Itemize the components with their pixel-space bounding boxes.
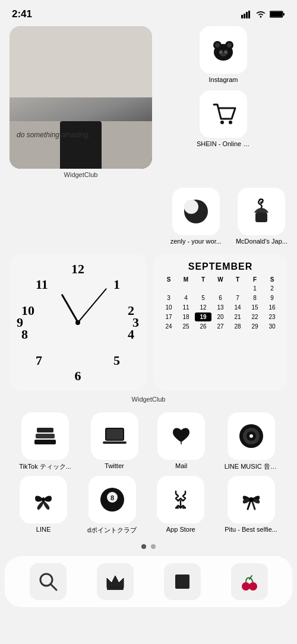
cal-day [160, 284, 177, 293]
cal-day [212, 284, 229, 293]
instagram-icon [209, 36, 238, 64]
dock-item-tv[interactable] [164, 563, 201, 600]
mcdonalds-app-name: McDonald's Jap... [236, 238, 287, 245]
app-instagram[interactable]: Instagram [159, 26, 287, 83]
svg-point-17 [229, 121, 232, 124]
svg-rect-26 [106, 429, 123, 440]
wifi-icon [255, 10, 266, 18]
svg-point-4 [260, 16, 262, 18]
moon-icon [182, 197, 210, 226]
appstore-icon [166, 485, 195, 514]
app-dpoint[interactable]: 8 dポイントクラブ [87, 476, 137, 535]
app-row-2: LINE 8 dポイントクラブ App Store [10, 476, 287, 535]
battery-icon [270, 10, 285, 18]
svg-rect-40 [175, 574, 189, 589]
minute-hand [77, 288, 107, 323]
cal-today: 19 [195, 312, 211, 321]
dock-icon-tv [164, 563, 201, 600]
cal-day [178, 284, 194, 293]
cal-day: 27 [212, 322, 229, 331]
app-line[interactable]: LINE [20, 476, 67, 535]
dpoint-app-name: dポイントクラブ [87, 526, 137, 535]
twitter-app-name: Twitter [105, 462, 124, 469]
cal-header: W [212, 276, 229, 283]
laptop-icon [100, 422, 129, 450]
cal-day: 4 [178, 293, 194, 302]
svg-rect-22 [34, 440, 56, 444]
cal-day: 30 [264, 322, 280, 331]
cal-day: 6 [212, 293, 229, 302]
clock-7: 7 [36, 353, 42, 368]
center-dot [75, 320, 80, 325]
cal-day: 9 [264, 293, 280, 302]
app-shein[interactable]: SHEIN - Online Fa... [159, 90, 287, 147]
cal-day: 24 [160, 322, 177, 331]
clock-10: 10 [21, 303, 34, 318]
zenly-app-name: zenly - your wor... [170, 238, 222, 245]
cal-day: 13 [212, 303, 229, 312]
clock-widget-wrapper[interactable]: 12 1 2 3 4 5 6 7 8 9 10 11 [10, 254, 146, 391]
svg-rect-1 [244, 14, 245, 18]
cal-day: 15 [247, 303, 263, 312]
widgetclub-label-row2: WidgetClub [10, 396, 287, 403]
cal-day: 28 [229, 322, 246, 331]
cal-day: 26 [195, 322, 211, 331]
tiktok-app-name: TikTok ティック... [19, 462, 71, 471]
svg-point-11 [215, 43, 220, 48]
pitu-app-name: Pitu - Best selfie... [225, 526, 277, 533]
signal-icon [241, 10, 252, 18]
cal-grid: SMTWTFS123456789101112131415161718192021… [160, 276, 280, 331]
cal-day: 12 [195, 303, 211, 312]
cupcake-icon [247, 197, 276, 226]
cal-day: 14 [229, 303, 246, 312]
svg-point-19 [184, 200, 198, 214]
instagram-app-name: Instagram [209, 76, 238, 83]
mail-app-name: Mail [175, 462, 187, 469]
dock-item-crown[interactable] [97, 563, 134, 600]
app-mcdonalds[interactable]: McDonald's Jap... [236, 188, 287, 245]
crown-icon [105, 571, 126, 592]
cal-month: SEPTEMBER [160, 261, 280, 272]
tv-icon [172, 571, 193, 592]
cal-header: T [195, 276, 211, 283]
app-mail[interactable]: Mail [157, 412, 205, 471]
page-dot-2 [151, 544, 156, 549]
shein-app-name: SHEIN - Online Fa... [197, 140, 250, 147]
svg-rect-20 [255, 213, 267, 222]
dock-item-cherry[interactable] [231, 563, 268, 600]
svg-rect-0 [241, 15, 243, 18]
widgetclub-widget-large[interactable]: do something amazing. WidgetClub [10, 26, 152, 178]
cal-day: 21 [229, 312, 246, 321]
hour-hand [61, 294, 78, 323]
app-linemusic[interactable]: LINE MUSIC 音楽... [225, 412, 278, 471]
clock-5: 5 [113, 353, 120, 368]
app-pitu[interactable]: Pitu - Best selfie... [225, 476, 277, 535]
cal-header: S [160, 276, 177, 283]
clock-6: 6 [75, 368, 81, 384]
app-appstore[interactable]: App Store [157, 476, 204, 535]
butterfly-icon [29, 485, 58, 514]
clock-11: 11 [36, 277, 48, 292]
cal-day: 16 [264, 303, 280, 312]
cal-header: F [247, 276, 263, 283]
svg-rect-24 [37, 428, 53, 433]
app-tiktok[interactable]: TikTok ティック... [19, 412, 71, 471]
widget-photo-text: do something amazing. [17, 131, 90, 139]
app-twitter[interactable]: Twitter [91, 412, 138, 471]
app-row-1: TikTok ティック... Twitter Mail [10, 412, 287, 471]
cal-day: 25 [178, 322, 194, 331]
status-time: 2:41 [12, 8, 32, 20]
search-icon [37, 571, 59, 592]
dock-item-search[interactable] [30, 563, 67, 600]
app-zenly[interactable]: zenly - your wor... [170, 188, 222, 245]
cal-day: 11 [178, 303, 194, 312]
calendar-widget[interactable]: SEPTEMBER SMTWTFS12345678910111213141516… [153, 254, 287, 391]
svg-point-31 [249, 434, 253, 438]
cal-day: 20 [212, 312, 229, 321]
cal-header: M [178, 276, 194, 283]
widgetclub-label-large: WidgetClub [10, 171, 152, 178]
svg-point-42 [249, 582, 257, 591]
svg-point-41 [242, 582, 250, 591]
cal-day: 18 [178, 312, 194, 321]
8ball-icon: 8 [98, 485, 127, 514]
